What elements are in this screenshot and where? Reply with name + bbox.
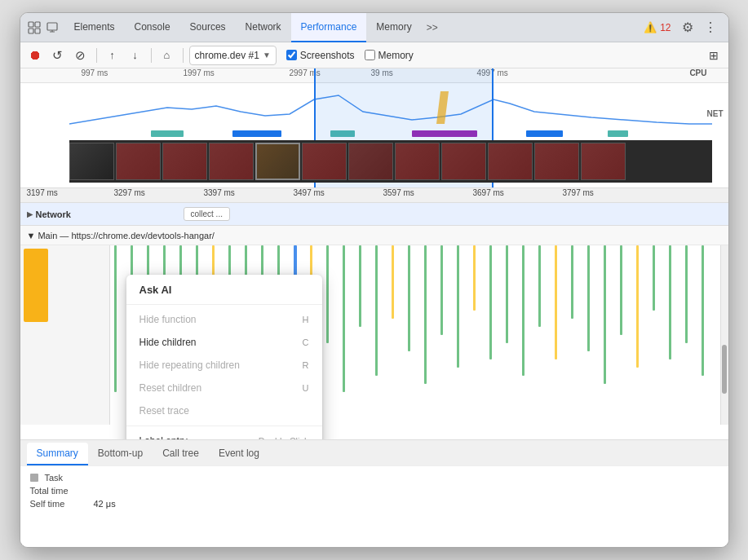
more-button[interactable]: ⋮ xyxy=(699,16,722,39)
screenshot-7 xyxy=(348,143,393,180)
bottom-tabs: Summary Bottom-up Call tree Event log xyxy=(20,439,728,465)
svg-rect-41 xyxy=(555,245,557,359)
tab-elements[interactable]: Elements xyxy=(64,13,125,42)
ruler2-tick-2: 3297 ms xyxy=(114,188,145,197)
tab-bottom-up[interactable]: Bottom-up xyxy=(88,443,153,465)
tab-summary[interactable]: Summary xyxy=(27,443,88,465)
download-button[interactable]: ↓ xyxy=(126,46,145,65)
tab-performance[interactable]: Performance xyxy=(291,13,367,42)
tab-console[interactable]: Console xyxy=(125,13,180,42)
svg-rect-31 xyxy=(392,245,394,319)
context-hide-repeating: Hide repeating children R xyxy=(126,354,322,377)
svg-rect-32 xyxy=(408,245,410,351)
screenshot-10 xyxy=(488,143,533,180)
warning-badge[interactable]: ⚠️ 12 xyxy=(639,21,675,33)
self-time-row: Self time 42 μs xyxy=(30,499,719,509)
yellow-block xyxy=(24,249,48,322)
screenshots-checkbox-container: Screenshots xyxy=(286,50,355,61)
screenshots-label: Screenshots xyxy=(300,50,355,61)
context-hide-children[interactable]: Hide children C xyxy=(126,331,322,354)
profile-select[interactable]: chrome.dev #1 ▼ xyxy=(189,46,277,65)
svg-rect-50 xyxy=(702,245,704,376)
record-button[interactable]: ⏺ xyxy=(25,46,45,65)
svg-rect-46 xyxy=(636,245,639,368)
collect-badge[interactable]: collect ... xyxy=(184,207,230,221)
main-thread-label: ▼ Main — https://chrome.dev/devtools-han… xyxy=(27,231,215,240)
timeline-area: 997 ms 1997 ms 2997 ms 39 ms 4997 ms CPU… xyxy=(20,68,728,203)
svg-rect-30 xyxy=(375,245,378,376)
screenshot-1 xyxy=(69,143,114,180)
scrollbar[interactable] xyxy=(720,245,728,425)
warning-icon: ⚠️ xyxy=(644,21,657,33)
screenshot-12 xyxy=(581,143,626,180)
devtools-icon xyxy=(27,20,42,35)
context-label-entry[interactable]: Label entry Double Click xyxy=(126,430,322,439)
context-hide-function: Hide function H xyxy=(126,308,322,331)
svg-rect-3 xyxy=(35,29,40,33)
screenshot-9 xyxy=(441,143,486,180)
label-entry-shortcut: Double Click xyxy=(259,436,309,439)
svg-rect-14 xyxy=(114,245,117,392)
svg-rect-12 xyxy=(526,130,563,137)
svg-rect-33 xyxy=(424,245,427,384)
screenshots-checkbox[interactable] xyxy=(286,50,297,60)
network-expand-icon[interactable]: ▶ xyxy=(27,210,33,218)
ruler2-tick-4: 3497 ms xyxy=(294,188,325,197)
main-thread-row: ▼ Main — https://chrome.dev/devtools-han… xyxy=(20,226,728,245)
screenshot-5 xyxy=(255,143,300,180)
svg-rect-29 xyxy=(359,245,361,327)
svg-rect-28 xyxy=(343,245,345,392)
tab-overflow[interactable]: >> xyxy=(422,22,443,33)
warning-count: 12 xyxy=(660,22,671,33)
ruler-tick-1: 997 ms xyxy=(82,68,108,77)
tab-call-tree[interactable]: Call tree xyxy=(153,443,209,465)
ruler2-tick-5: 3597 ms xyxy=(383,188,414,197)
svg-rect-48 xyxy=(669,245,671,359)
svg-rect-38 xyxy=(506,245,508,343)
tab-event-log[interactable]: Event log xyxy=(209,443,269,465)
context-ask-ai[interactable]: Ask AI xyxy=(126,278,322,305)
svg-rect-35 xyxy=(457,245,459,368)
hide-repeating-shortcut: R xyxy=(303,360,309,370)
ruler-tick-2: 1997 ms xyxy=(184,68,215,77)
svg-rect-9 xyxy=(232,130,281,137)
flame-rows: Ask AI Hide function H Hide children C H… xyxy=(20,245,728,425)
summary-panel: Task Total time Self time 42 μs xyxy=(20,465,728,547)
home-button[interactable]: ⌂ xyxy=(157,46,177,65)
reset-children-shortcut: U xyxy=(303,383,309,393)
main-content: ▶ Network collect ... ▼ Main — https://c… xyxy=(20,203,728,439)
svg-rect-2 xyxy=(29,29,33,33)
memory-checkbox[interactable] xyxy=(365,50,375,60)
settings-button[interactable]: ⚙ xyxy=(676,16,699,39)
reload-button[interactable]: ↺ xyxy=(48,46,68,65)
tab-sources[interactable]: Sources xyxy=(180,13,236,42)
svg-rect-45 xyxy=(620,245,622,335)
total-time-row: Total time xyxy=(30,486,719,496)
task-label: Task xyxy=(45,473,64,483)
svg-rect-27 xyxy=(326,245,329,343)
task-color-box xyxy=(30,474,38,482)
capture-button[interactable]: ⊞ xyxy=(704,46,724,65)
svg-rect-13 xyxy=(608,130,628,137)
screenshot-8 xyxy=(395,143,440,180)
ruler2-tick-3: 3397 ms xyxy=(204,188,235,197)
network-row-label: Network xyxy=(36,209,71,219)
svg-rect-34 xyxy=(440,245,443,335)
tab-network[interactable]: Network xyxy=(236,13,291,42)
screenshot-3 xyxy=(162,143,207,180)
ctx-separator-1 xyxy=(126,426,322,426)
hide-children-shortcut: C xyxy=(303,337,309,347)
scrollbar-thumb[interactable] xyxy=(722,345,727,394)
total-time-label: Total time xyxy=(30,486,87,496)
svg-rect-4 xyxy=(47,23,57,30)
svg-rect-36 xyxy=(473,245,476,311)
tab-memory[interactable]: Memory xyxy=(366,13,421,42)
profile-arrow-icon: ▼ xyxy=(263,51,271,60)
hide-function-shortcut: H xyxy=(303,315,309,324)
clear-button[interactable]: ⊘ xyxy=(71,46,91,65)
upload-button[interactable]: ↑ xyxy=(103,46,122,65)
memory-checkbox-container: Memory xyxy=(365,50,414,61)
svg-rect-0 xyxy=(29,22,33,27)
screenshot-2 xyxy=(116,143,161,180)
svg-rect-47 xyxy=(653,245,655,311)
